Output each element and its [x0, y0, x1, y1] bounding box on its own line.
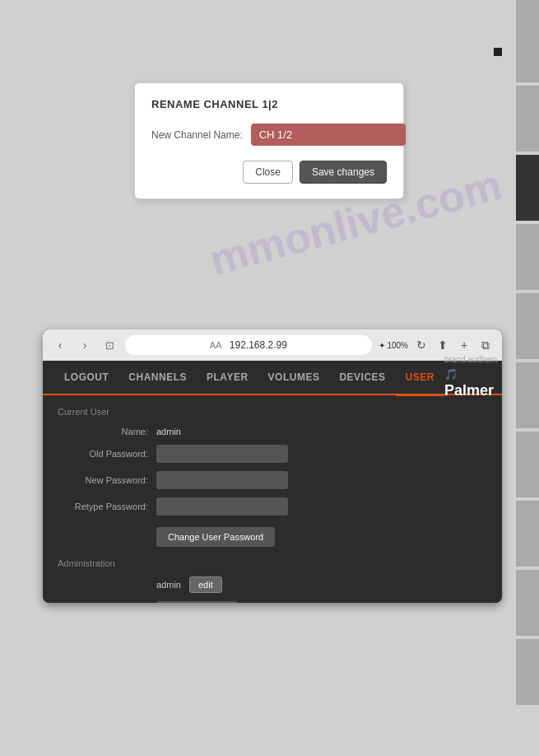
browser-bookmarks-button[interactable]: ⊡ — [100, 336, 118, 354]
share-icon: ⬆ — [438, 338, 448, 352]
bar-8 — [516, 501, 539, 567]
channel-name-input[interactable] — [251, 124, 406, 146]
admin-user-row: admin edit — [156, 576, 487, 593]
address-bar-label: AA — [210, 340, 222, 350]
browser-address-bar[interactable]: AA 192.168.2.99 — [125, 335, 372, 356]
reload-icon: ↻ — [416, 338, 426, 352]
back-icon: ‹ — [58, 338, 63, 352]
rename-channel-modal: RENAME CHANNEL 1|2 New Channel Name: Clo… — [134, 82, 404, 199]
retype-password-label: Retype Password: — [58, 502, 148, 511]
channel-name-label: New Channel Name: — [151, 129, 243, 141]
bar-3 — [516, 155, 539, 221]
channel-name-row: New Channel Name: — [151, 124, 387, 146]
nav-volumes[interactable]: VOLUMES — [258, 360, 330, 394]
webapp-content: Current User Name: admin Old Password: N… — [43, 395, 502, 603]
new-tab-icon: + — [461, 338, 467, 352]
new-password-input[interactable] — [156, 471, 288, 489]
black-square — [494, 48, 502, 56]
browser-chrome: ‹ › ⊡ AA 192.168.2.99 ✦ 100% ↻ ⬆ + ⧉ — [43, 329, 502, 361]
current-user-section-label: Current User — [58, 407, 487, 417]
forward-icon: › — [83, 338, 87, 352]
logo-brand-text: 🎵 Palmer — [444, 365, 498, 399]
bar-10 — [516, 639, 539, 705]
browser-reload-button[interactable]: ↻ — [413, 337, 430, 353]
change-user-password-button[interactable]: Change User Password — [156, 527, 275, 547]
logo-sub-text: brand.audhem — [444, 355, 498, 365]
browser-frame: ‹ › ⊡ AA 192.168.2.99 ✦ 100% ↻ ⬆ + ⧉ — [43, 329, 502, 603]
bar-7 — [516, 432, 539, 497]
tabs-icon: ⧉ — [481, 338, 490, 352]
new-password-label: New Password: — [58, 475, 148, 485]
webapp-nav: LOGOUT CHANNELS PLAYER VOLUMES DEVICES U… — [43, 361, 502, 395]
modal-buttons: Close Save changes — [151, 161, 387, 184]
add-new-user-button[interactable]: Add New User — [156, 601, 238, 603]
nav-devices[interactable]: DEVICES — [329, 360, 395, 394]
edit-user-button[interactable]: edit — [189, 576, 222, 593]
browser-new-tab-button[interactable]: + — [456, 337, 472, 353]
webapp: LOGOUT CHANNELS PLAYER VOLUMES DEVICES U… — [43, 361, 502, 603]
wifi-battery-indicator: ✦ 100% — [379, 341, 408, 350]
nav-channels[interactable]: CHANNELS — [118, 360, 197, 394]
right-sidebar-bars — [516, 0, 539, 756]
nav-logo: brand.audhem 🎵 Palmer — [444, 355, 498, 399]
retype-password-row: Retype Password: — [58, 497, 487, 516]
address-url: 192.168.2.99 — [230, 339, 287, 351]
modal-title: RENAME CHANNEL 1|2 — [151, 98, 387, 110]
bar-9 — [516, 570, 539, 636]
save-changes-button[interactable]: Save changes — [300, 161, 387, 184]
bar-6 — [516, 362, 539, 428]
nav-user[interactable]: USER — [396, 360, 444, 396]
name-row: Name: admin — [58, 427, 487, 436]
browser-tabs-button[interactable]: ⧉ — [477, 337, 494, 353]
browser-forward-button[interactable]: › — [76, 336, 94, 354]
nav-logout[interactable]: LOGOUT — [54, 360, 118, 394]
name-value: admin — [156, 427, 181, 436]
nav-player[interactable]: PLAYER — [197, 360, 258, 394]
old-password-row: Old Password: — [58, 445, 487, 463]
old-password-input[interactable] — [156, 445, 288, 463]
browser-share-button[interactable]: ⬆ — [434, 337, 451, 353]
retype-password-input[interactable] — [156, 497, 288, 516]
admin-username: admin — [156, 580, 181, 590]
close-button[interactable]: Close — [243, 161, 293, 184]
browser-toolbar-right: ✦ 100% ↻ ⬆ + ⧉ — [379, 337, 494, 353]
new-password-row: New Password: — [58, 471, 487, 489]
name-label: Name: — [58, 427, 148, 436]
old-password-label: Old Password: — [58, 449, 148, 459]
administration-section-label: Administration — [58, 558, 487, 568]
bar-4 — [516, 224, 539, 290]
browser-back-button[interactable]: ‹ — [51, 336, 69, 354]
bar-2 — [516, 86, 539, 152]
bookmark-icon: ⊡ — [105, 339, 114, 352]
bar-5 — [516, 293, 539, 359]
bar-1 — [516, 0, 539, 82]
palmer-icon: 🎵 — [444, 368, 458, 380]
